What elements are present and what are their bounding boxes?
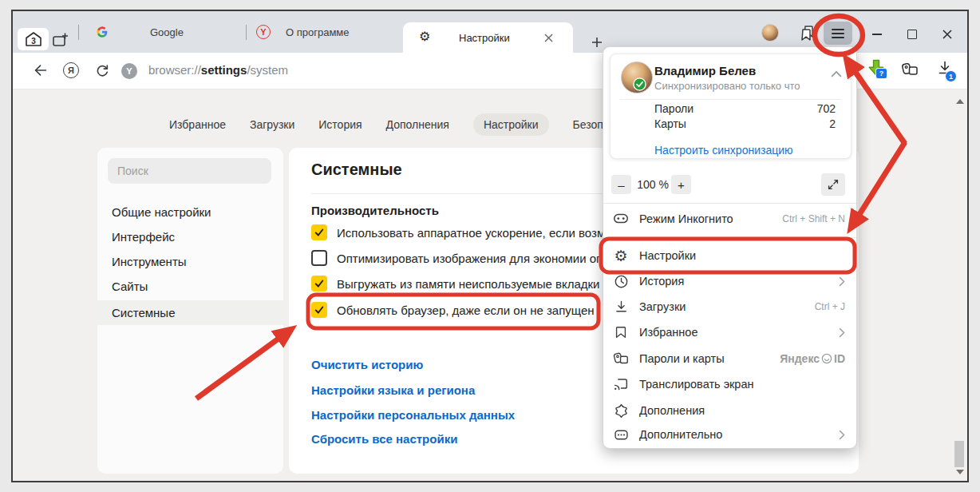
gear-icon: ⚙ — [419, 29, 430, 44]
expand-arrows-icon — [826, 177, 840, 192]
sidebar-item-interface[interactable]: Интерфейс — [97, 224, 283, 249]
new-window-button[interactable] — [51, 31, 70, 52]
passwords-toolbar-button[interactable] — [900, 60, 919, 79]
checkbox-optimize-images[interactable]: Оптимизировать изображения для экономии … — [311, 248, 603, 268]
sync-status: Синхронизировано только что — [654, 80, 800, 92]
tab-title: О программе — [286, 26, 350, 38]
menu-item-history[interactable]: История — [603, 268, 856, 294]
incognito-mask-icon — [611, 209, 630, 228]
menu-item-more[interactable]: Дополнительно — [603, 422, 856, 447]
sync-ok-badge-icon — [633, 77, 646, 91]
sidebar-item-sites[interactable]: Сайты — [97, 274, 283, 299]
browser-window: 3 Google — [11, 10, 969, 482]
scrollbar-up-arrow[interactable] — [956, 99, 964, 104]
close-tab-icon[interactable] — [543, 32, 554, 46]
home-icon: 3 — [24, 30, 43, 48]
checkbox-unload-tabs[interactable]: Выгружать из памяти неиспользуемые вклад… — [311, 274, 599, 293]
extension-installer-button[interactable]: ? — [865, 58, 887, 80]
page-nav: Избранное Загрузки История Дополнения На… — [169, 113, 638, 136]
divider — [603, 237, 856, 238]
checkbox-update-in-background[interactable]: Обновлять браузер, даже если он не запущ… — [311, 300, 595, 319]
menu-item-addons[interactable]: Дополнения — [603, 398, 856, 423]
tab-title: Google — [150, 26, 184, 38]
sidebar-item-tools[interactable]: Инструменты — [97, 249, 283, 274]
tab-google[interactable]: Google — [89, 11, 244, 53]
minimize-icon — [872, 34, 882, 35]
scrollbar-thumb[interactable] — [954, 441, 964, 467]
scrollbar-down-arrow[interactable] — [956, 470, 964, 474]
yandex-ya-icon: Я — [63, 62, 79, 78]
downloads-toolbar-button[interactable]: 1 — [935, 59, 954, 78]
sync-settings-link[interactable]: Настроить синхронизацию — [654, 144, 793, 157]
checkbox-unchecked-icon[interactable] — [311, 250, 327, 266]
browser-menu-button[interactable] — [824, 22, 852, 45]
checkbox-checked-icon[interactable] — [311, 224, 327, 240]
nav-downloads[interactable]: Загрузки — [250, 118, 294, 131]
url-scheme: browser:// — [148, 63, 201, 77]
stat-row-cards: Карты2 — [654, 117, 836, 132]
refresh-button[interactable] — [93, 62, 111, 79]
chevron-up-icon[interactable] — [831, 70, 842, 77]
yandex-favicon: Y — [256, 25, 271, 39]
profile-avatar[interactable] — [761, 24, 779, 42]
svg-text:3: 3 — [31, 37, 36, 46]
menu-item-favorites[interactable]: Избранное — [603, 319, 856, 345]
search-input[interactable] — [108, 158, 271, 184]
yandex-button[interactable]: Я — [63, 62, 79, 78]
chevron-right-icon — [839, 430, 845, 440]
link-clear-history[interactable]: Очистить историю — [311, 358, 423, 371]
address-bar[interactable]: browser://settings/system — [148, 63, 288, 77]
minimize-button[interactable] — [865, 24, 889, 45]
section-title: Производительность — [311, 204, 439, 217]
tab-divider — [78, 25, 79, 40]
nav-history[interactable]: История — [318, 118, 362, 131]
tab-settings-active[interactable]: ⚙ Настройки — [403, 22, 573, 53]
plus-icon — [62, 34, 68, 39]
protect-button[interactable]: Y — [121, 63, 137, 79]
close-icon — [942, 29, 953, 40]
checkbox-hardware-acceleration[interactable]: Использовать аппаратное ускорение, если … — [311, 223, 605, 242]
gear-icon: ⚙ — [611, 246, 630, 265]
menu-item-downloads[interactable]: Загрузки Ctrl + J — [603, 294, 856, 319]
tab-divider — [246, 25, 247, 40]
nav-addons[interactable]: Дополнения — [386, 118, 449, 131]
chevron-right-icon — [839, 276, 845, 287]
fullscreen-button[interactable] — [821, 173, 845, 196]
user-name: Владимир Белев — [654, 64, 756, 77]
menu-item-incognito[interactable]: Режим Инкогнито Ctrl + Shift + N — [603, 206, 856, 232]
divider — [603, 203, 856, 204]
back-arrow-icon — [32, 62, 49, 79]
plus-icon — [591, 36, 603, 49]
close-window-button[interactable] — [935, 24, 959, 45]
url-host: settings — [201, 63, 247, 77]
sidebar-item-system-selected[interactable]: Системные — [97, 300, 283, 325]
sidebar-item-general[interactable]: Общие настройки — [97, 200, 283, 224]
hamburger-icon — [832, 29, 844, 30]
link-language-region[interactable]: Настройки языка и региона — [311, 383, 475, 397]
link-reset-settings[interactable]: Сбросить все настройки — [311, 432, 457, 446]
cast-icon — [611, 375, 630, 394]
tab-group-home-button[interactable]: 3 — [18, 28, 49, 50]
user-sync-card[interactable]: Владимир Белев Синхронизировано только ч… — [610, 54, 852, 159]
menu-item-cast-screen[interactable]: Транслировать экран — [603, 371, 856, 397]
bookmarks-panel-button[interactable] — [799, 25, 816, 45]
link-personal-data[interactable]: Настройки персональных данных — [311, 408, 515, 422]
menu-item-settings[interactable]: ⚙ Настройки — [603, 243, 856, 268]
chevron-right-icon — [839, 327, 845, 338]
google-favicon — [96, 26, 109, 42]
download-icon — [611, 297, 630, 316]
zoom-in-button[interactable]: + — [671, 175, 691, 194]
nav-favorites[interactable]: Избранное — [169, 118, 226, 131]
nav-settings-active[interactable]: Настройки — [473, 113, 549, 136]
stat-row-passwords: Пароли702 — [654, 102, 836, 117]
back-button[interactable] — [32, 62, 49, 79]
checkbox-checked-icon[interactable] — [311, 302, 327, 318]
tab-about[interactable]: Y О программе — [249, 11, 401, 53]
smiley-icon — [821, 353, 832, 364]
page-title: Системные — [311, 161, 402, 179]
divider — [620, 99, 841, 100]
menu-item-passwords[interactable]: Пароли и карты Яндекс ID — [603, 346, 856, 371]
checkbox-checked-icon[interactable] — [311, 276, 327, 292]
maximize-button[interactable] — [900, 24, 924, 45]
zoom-out-button[interactable]: – — [611, 175, 631, 194]
